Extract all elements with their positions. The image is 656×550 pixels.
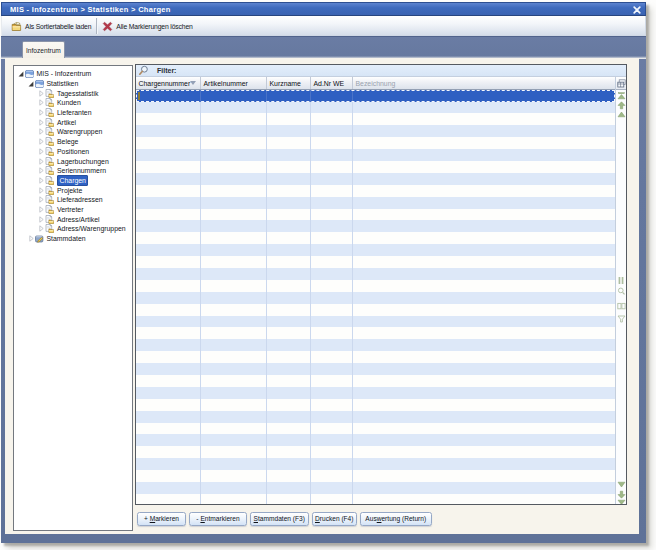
grid-cell[interactable]	[353, 316, 615, 328]
toolbar-button-clear-marks[interactable]: Alle Markierungen löschen	[99, 18, 195, 35]
tree-item-chargen[interactable]: Chargen	[14, 176, 132, 186]
grid-cell[interactable]	[201, 232, 267, 244]
grid-cell[interactable]	[267, 399, 311, 411]
grid-cell[interactable]	[353, 304, 615, 316]
tree-item-kunden[interactable]: Kunden	[14, 98, 132, 108]
grid-cell[interactable]	[311, 102, 353, 114]
first-record-button[interactable]	[616, 91, 626, 100]
tree-item-adress-artikel[interactable]: Adress/Artikel	[14, 214, 132, 224]
last-record-button[interactable]	[616, 498, 626, 504]
grid-cell[interactable]	[311, 351, 353, 363]
grid-cell[interactable]	[136, 423, 201, 435]
grid-cell[interactable]	[201, 90, 267, 102]
tree-item-label[interactable]: Chargen	[57, 175, 88, 186]
grid-cell[interactable]	[353, 494, 615, 504]
tree-collapsed-arrow-icon[interactable]	[38, 224, 45, 234]
grid-cell[interactable]	[201, 446, 267, 458]
grid-cell[interactable]	[311, 375, 353, 387]
grid-cell[interactable]	[311, 220, 353, 232]
grid-cell[interactable]	[353, 137, 615, 149]
grid-cell[interactable]	[136, 292, 201, 304]
grid-cell[interactable]	[353, 185, 615, 197]
grid-customize-button[interactable]	[615, 77, 626, 90]
grid-row[interactable]	[136, 446, 615, 458]
grid-cell[interactable]	[201, 268, 267, 280]
grid-cell[interactable]	[353, 458, 615, 470]
grid-cell[interactable]	[353, 351, 615, 363]
grid-cell[interactable]	[267, 113, 311, 125]
grid-cell[interactable]	[136, 161, 201, 173]
grid-cell[interactable]	[311, 125, 353, 137]
grid-cell[interactable]	[201, 161, 267, 173]
grid-cell[interactable]	[311, 256, 353, 268]
grid-cell[interactable]	[267, 280, 311, 292]
filter-funnel-button[interactable]	[616, 314, 626, 323]
column-header-ad-nr-we[interactable]: Ad.Nr WE	[311, 77, 353, 89]
tree-item-belege[interactable]: Belege	[14, 137, 132, 147]
grid-cell[interactable]	[136, 185, 201, 197]
grid-cell[interactable]	[311, 173, 353, 185]
grid-cell[interactable]	[311, 458, 353, 470]
grid-cell[interactable]	[311, 363, 353, 375]
bookmark-button[interactable]	[616, 301, 626, 310]
grid-row[interactable]	[136, 482, 615, 494]
grid-cell[interactable]	[201, 220, 267, 232]
grid-cell[interactable]	[353, 387, 615, 399]
grid-cell[interactable]	[136, 102, 201, 114]
grid-cell[interactable]	[267, 482, 311, 494]
grid-cell[interactable]	[136, 90, 201, 102]
grid-cell[interactable]	[136, 197, 201, 209]
grid-cell[interactable]	[353, 256, 615, 268]
grid-cell[interactable]	[311, 446, 353, 458]
grid-row[interactable]	[136, 399, 615, 411]
tree-collapsed-arrow-icon[interactable]	[38, 156, 45, 166]
grid-cell[interactable]	[136, 494, 201, 504]
grid-cell[interactable]	[267, 90, 311, 102]
tree-item-label[interactable]: Stammdaten	[47, 234, 86, 243]
grid-cell[interactable]	[201, 173, 267, 185]
grid-cell[interactable]	[267, 470, 311, 482]
grid-cell[interactable]	[201, 209, 267, 221]
grid-row[interactable]	[136, 173, 615, 185]
grid-cell[interactable]	[267, 173, 311, 185]
tree-item-artikel[interactable]: Artikel	[14, 117, 132, 127]
grid-row[interactable]	[136, 458, 615, 470]
tree-item-projekte[interactable]: Projekte	[14, 185, 132, 195]
grid-cell[interactable]	[267, 268, 311, 280]
grid-cell[interactable]	[136, 304, 201, 316]
grid-cell[interactable]	[136, 173, 201, 185]
grid-cell[interactable]	[267, 256, 311, 268]
grid-cell[interactable]	[136, 113, 201, 125]
grid-cell[interactable]	[136, 256, 201, 268]
grid-row[interactable]	[136, 316, 615, 328]
tree-item-label[interactable]: Warengruppen	[57, 127, 102, 136]
grid-cell[interactable]	[136, 137, 201, 149]
grid-cell[interactable]	[353, 280, 615, 292]
toolbar-button-load-sort-table[interactable]: Als Sortiertabelle laden	[8, 18, 94, 35]
grid-cell[interactable]	[201, 197, 267, 209]
grid-row-selected[interactable]	[136, 90, 615, 102]
grid-cell[interactable]	[353, 197, 615, 209]
search-record-button[interactable]	[616, 287, 626, 296]
tree-item-label[interactable]: MIS - Infozentrum	[37, 69, 92, 78]
grid-cell[interactable]	[311, 197, 353, 209]
tree-expanded-arrow-icon[interactable]	[28, 79, 35, 89]
grid-cell[interactable]	[267, 375, 311, 387]
grid-cell[interactable]	[311, 411, 353, 423]
grid-cell[interactable]	[136, 458, 201, 470]
grid-cell[interactable]	[267, 327, 311, 339]
tree-item-mis-infozentrum[interactable]: MIS - Infozentrum	[14, 69, 132, 79]
grid-cell[interactable]	[136, 232, 201, 244]
tree-collapsed-arrow-icon[interactable]	[38, 117, 45, 127]
grid-cell[interactable]	[353, 411, 615, 423]
column-header-kurzname[interactable]: Kurzname	[267, 77, 311, 89]
grid-row[interactable]	[136, 161, 615, 173]
grid-cell[interactable]	[353, 161, 615, 173]
grid-row[interactable]	[136, 387, 615, 399]
grid-row[interactable]	[136, 280, 615, 292]
grid-cell[interactable]	[201, 327, 267, 339]
grid-cell[interactable]	[353, 220, 615, 232]
grid-cell[interactable]	[311, 494, 353, 504]
grid-cell[interactable]	[201, 434, 267, 446]
grid-cell[interactable]	[267, 220, 311, 232]
